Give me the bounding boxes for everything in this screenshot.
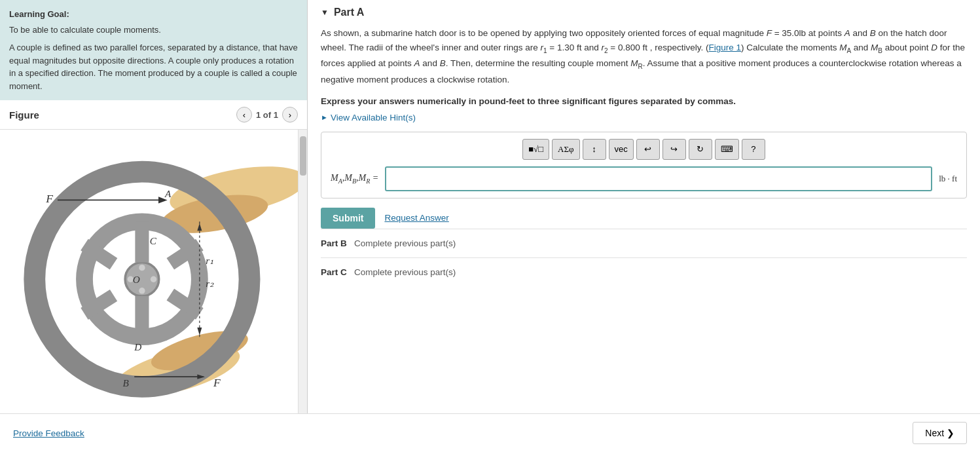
unit-label: lb · ft — [939, 174, 957, 184]
answer-input[interactable] — [385, 166, 932, 191]
submit-button[interactable]: Submit — [321, 208, 375, 229]
figure-next-button[interactable]: › — [282, 107, 298, 122]
vector-button[interactable]: vec — [609, 139, 634, 160]
svg-marker-30 — [197, 328, 202, 335]
matrix-sqrt-button[interactable]: ■√□ — [522, 139, 549, 160]
answer-container: ■√□ ΑΣφ ↕ vec ↩ ↪ ↻ ⌨ ? MA,MB,MR = lb · … — [321, 132, 967, 198]
svg-text:F: F — [213, 376, 221, 389]
part-c-section: Part C Complete previous part(s) — [321, 257, 967, 286]
learning-goal-text1: To be able to calculate couple moments. — [9, 24, 298, 37]
left-panel: Learning Goal: To be able to calculate c… — [0, 0, 308, 413]
figure-prev-button[interactable]: ‹ — [236, 107, 252, 122]
svg-point-10 — [151, 276, 156, 282]
figure-nav: ‹ 1 of 1 › — [236, 107, 298, 122]
learning-goal-text2: A couple is defined as two parallel forc… — [9, 41, 298, 92]
hint-arrow-icon: ► — [321, 113, 328, 121]
view-hint[interactable]: ► View Available Hint(s) — [321, 113, 967, 122]
svg-text:F: F — [45, 192, 53, 205]
part-c-status: Complete previous part(s) — [354, 267, 456, 277]
part-b-status: Complete previous part(s) — [354, 238, 456, 248]
figure-header: Figure ‹ 1 of 1 › — [0, 100, 307, 130]
part-a-triangle: ▼ — [321, 8, 329, 17]
redo-button[interactable]: ↪ — [662, 139, 686, 160]
action-row: Submit Request Answer — [321, 208, 967, 229]
part-c-label: Part C — [321, 267, 347, 277]
help-button[interactable]: ? — [742, 139, 765, 160]
figure-svg: F A C O D B F r₁ r₂ — [0, 130, 307, 413]
next-label: Next ❯ — [925, 428, 954, 438]
figure-scrollbar-thumb — [300, 136, 306, 176]
figure-page-info: 1 of 1 — [256, 110, 278, 120]
problem-text: As shown, a submarine hatch door is to b… — [321, 26, 967, 87]
input-row: MA,MB,MR = lb · ft — [331, 166, 957, 191]
part-b-label: Part B — [321, 238, 347, 248]
svg-text:r₁: r₁ — [206, 255, 213, 266]
main-layout: Learning Goal: To be able to calculate c… — [0, 0, 980, 413]
part-a-label: Part A — [334, 7, 365, 18]
figure-area: F A C O D B F r₁ r₂ — [0, 130, 307, 413]
svg-text:O: O — [133, 274, 140, 285]
svg-point-7 — [139, 265, 145, 271]
express-text: Express your answers numerically in poun… — [321, 96, 967, 106]
learning-goal-title: Learning Goal: — [9, 8, 298, 21]
right-panel: ▼ Part A As shown, a submarine hatch doo… — [308, 0, 980, 413]
figure-scrollbar[interactable] — [298, 130, 307, 413]
part-a-header: ▼ Part A — [321, 7, 967, 18]
svg-point-8 — [139, 288, 145, 293]
symbols-button[interactable]: ΑΣφ — [552, 139, 579, 160]
svg-text:B: B — [123, 377, 129, 388]
learning-goal-box: Learning Goal: To be able to calculate c… — [0, 0, 307, 100]
svg-text:C: C — [150, 235, 157, 246]
view-hint-label: View Available Hint(s) — [331, 113, 416, 122]
provide-feedback-link[interactable]: Provide Feedback — [13, 428, 84, 438]
reset-button[interactable]: ↻ — [689, 139, 712, 160]
toolbar: ■√□ ΑΣφ ↕ vec ↩ ↪ ↻ ⌨ ? — [331, 139, 957, 160]
part-b-section: Part B Complete previous part(s) — [321, 229, 967, 257]
next-button[interactable]: Next ❯ — [913, 422, 967, 444]
svg-text:r₂: r₂ — [206, 278, 214, 289]
svg-text:A: A — [164, 188, 172, 199]
keyboard-button[interactable]: ⌨ — [715, 139, 739, 160]
svg-text:D: D — [134, 341, 141, 352]
figure1-link[interactable]: Figure 1 — [709, 43, 742, 52]
bottom-bar: Provide Feedback Next ❯ — [0, 413, 980, 452]
request-answer-link[interactable]: Request Answer — [384, 213, 448, 223]
figure-title: Figure — [9, 109, 39, 121]
undo-button[interactable]: ↩ — [636, 139, 660, 160]
arrows-button[interactable]: ↕ — [583, 139, 606, 160]
input-label: MA,MB,MR = — [331, 173, 378, 185]
